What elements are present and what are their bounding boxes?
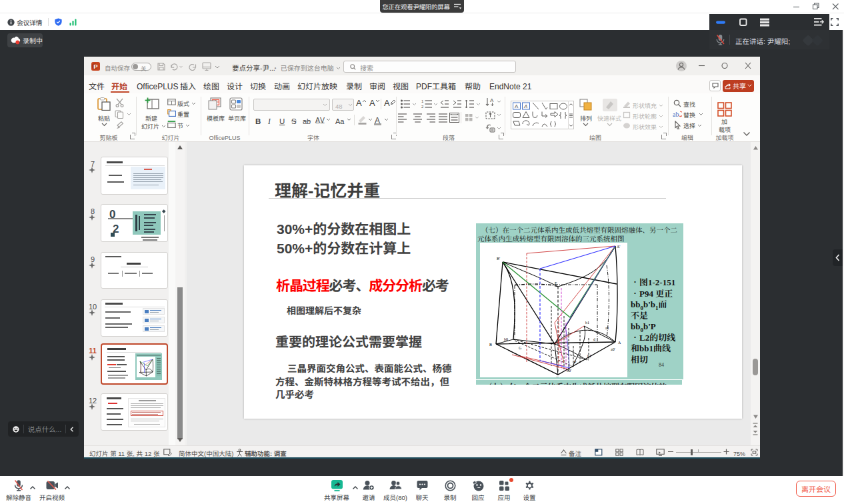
svg-text:E: E [555,281,557,285]
svg-text:C: C [556,376,559,377]
svg-text:A': A' [617,245,620,249]
svg-text:d: d [593,337,595,341]
svg-text:G: G [519,346,522,350]
svg-text:2: 2 [421,103,424,109]
svg-text:b1: b1 [585,321,589,325]
svg-text:B': B' [497,257,500,261]
svg-text:P: P [574,360,577,364]
svg-text:A: A [490,97,494,103]
svg-text:A: A [523,102,527,109]
svg-text:A: A [618,341,621,345]
svg-text:B: B [489,343,492,347]
svg-text:P: P [93,63,98,70]
svg-text:b0': b0' [567,369,571,373]
svg-text:A: A [515,102,519,109]
svg-text:a1: a1 [605,326,609,330]
svg-text:b1: b1 [587,354,591,358]
svg-text:ab: ab [673,111,679,118]
svg-text:b0: b0 [504,337,508,341]
svg-text:a0': a0' [611,347,615,351]
